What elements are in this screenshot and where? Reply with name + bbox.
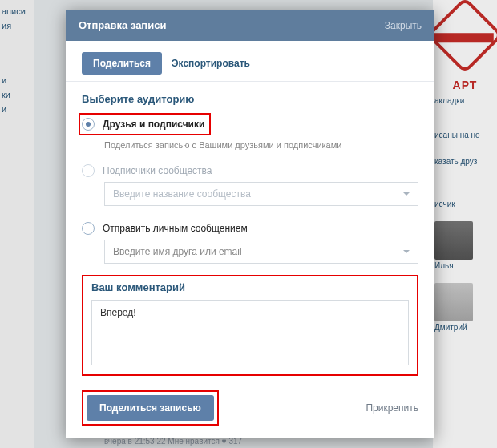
friend-select[interactable]: Введите имя друга или email: [104, 240, 418, 264]
comment-textarea[interactable]: [91, 300, 409, 365]
share-dialog: Отправка записи Закрыть Поделиться Экспо…: [66, 10, 434, 438]
dialog-header: Отправка записи Закрыть: [66, 10, 434, 41]
attach-link[interactable]: Прикрепить: [366, 402, 418, 414]
community-select[interactable]: Введите название сообщества: [104, 182, 418, 206]
radio-label: Подписчики сообщества: [103, 165, 212, 176]
radio-label: Отправить личным сообщением: [103, 223, 248, 234]
radio-friends-subscribers[interactable]: Друзья и подписчики: [82, 116, 204, 132]
radio-label: Друзья и подписчики: [103, 119, 204, 130]
radio-friends-sub: Поделиться записью с Вашими друзьями и п…: [104, 140, 418, 150]
tab-share[interactable]: Поделиться: [82, 52, 162, 75]
dialog-footer: Поделиться записью Прикрепить: [82, 376, 418, 426]
share-submit-button[interactable]: Поделиться записью: [87, 395, 214, 421]
radio-community-subscribers[interactable]: Подписчики сообщества: [82, 163, 418, 179]
audience-title: Выберите аудиторию: [82, 93, 418, 105]
comment-title: Ваш комментарий: [91, 281, 409, 293]
radio-private-message[interactable]: Отправить личным сообщением: [82, 220, 418, 236]
tab-export[interactable]: Экспортировать: [172, 58, 250, 69]
close-button[interactable]: Закрыть: [385, 20, 422, 31]
tabs: Поделиться Экспортировать: [66, 41, 434, 82]
dialog-content: Выберите аудиторию Друзья и подписчики П…: [66, 82, 434, 438]
dialog-title: Отправка записи: [79, 19, 166, 31]
